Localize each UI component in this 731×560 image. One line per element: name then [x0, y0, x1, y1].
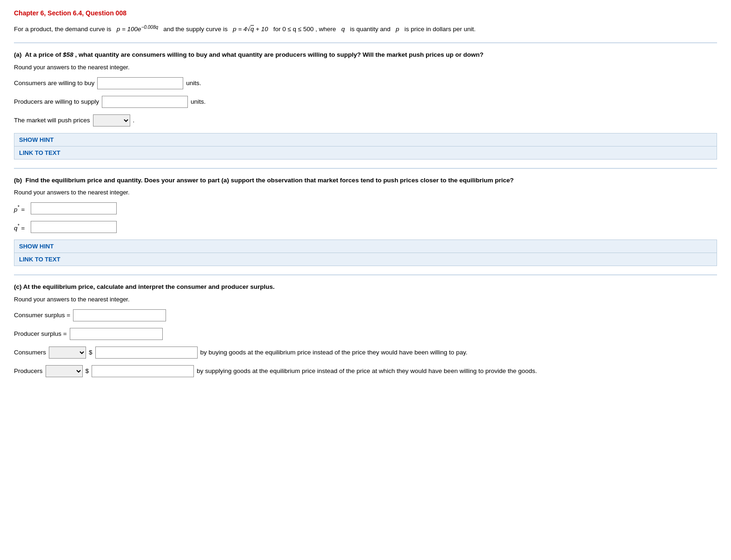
- consumers-action-dropdown[interactable]: gain save lose: [49, 347, 86, 359]
- part-a-hint-section: SHOW HINT LINK TO TEXT: [14, 133, 717, 160]
- part-b-section: (b) Find the equilibrium price and quant…: [14, 175, 717, 267]
- consumer-surplus-input[interactable]: [73, 309, 166, 321]
- consumers-buy-units: units.: [186, 80, 201, 87]
- intro-text-where: , where: [315, 26, 336, 33]
- demand-equation: p = 100e−0.008q: [117, 26, 160, 33]
- q-star-row: q* =: [14, 221, 717, 233]
- supply-equation: p = 4√q + 10: [233, 26, 270, 33]
- part-b-show-hint[interactable]: SHOW HINT: [14, 240, 717, 253]
- p-star-label: p* =: [14, 205, 28, 213]
- part-a-round-note: Round your answers to the nearest intege…: [14, 64, 717, 71]
- part-a-bold-label: (a): [14, 51, 22, 58]
- consumers-dollar-input[interactable]: [95, 347, 198, 359]
- part-a-question: At a price of $58 , what quantity are co…: [23, 51, 484, 58]
- divider-3: [14, 274, 717, 275]
- intro-text-between: and the supply curve is: [163, 26, 227, 33]
- producers-action-row: Producers gain save lose $ by supplying …: [14, 365, 717, 377]
- producers-action-label: Producers: [14, 367, 43, 374]
- consumer-surplus-row: Consumer surplus =: [14, 309, 717, 321]
- consumers-dollar-sign: $: [89, 349, 93, 356]
- chapter-title: Chapter 6, Section 6.4, Question 008: [14, 9, 717, 17]
- consumer-surplus-label: Consumer surplus =: [14, 312, 70, 319]
- p-variable: p: [396, 26, 399, 33]
- producers-supply-label: Producers are willing to supply: [14, 98, 99, 105]
- part-c-question: At the equilibrium price, calculate and …: [23, 283, 275, 290]
- part-c-bold-label: (c): [14, 283, 22, 290]
- producers-supply-units: units.: [191, 98, 206, 105]
- q-star-label: q* =: [14, 223, 28, 232]
- market-push-label: The market will push prices: [14, 117, 90, 124]
- part-a-show-hint[interactable]: SHOW HINT: [14, 133, 717, 147]
- producers-supply-input[interactable]: [102, 96, 188, 108]
- consumers-action-row: Consumers gain save lose $ by buying goo…: [14, 347, 717, 359]
- market-push-end: .: [133, 117, 135, 124]
- part-c-round-note: Round your answers to the nearest intege…: [14, 296, 717, 303]
- intro-text-before-demand: For a product, the demand curve is: [14, 26, 111, 33]
- part-b-label: (b) Find the equilibrium price and quant…: [14, 175, 717, 186]
- consumers-action-label: Consumers: [14, 349, 46, 356]
- producer-surplus-input[interactable]: [70, 328, 163, 340]
- producers-action-dropdown[interactable]: gain save lose: [46, 365, 83, 377]
- market-push-dropdown[interactable]: up down: [93, 114, 130, 127]
- producers-dollar-sign: $: [86, 367, 89, 374]
- part-b-question: Find the equilibrium price and quantity.…: [24, 177, 514, 184]
- part-b-bold-label: (b): [14, 177, 22, 184]
- divider-1: [14, 42, 717, 43]
- part-b-hint-section: SHOW HINT LINK TO TEXT: [14, 240, 717, 266]
- consumers-buy-label: Consumers are willing to buy: [14, 80, 94, 87]
- supply-domain: for 0 ≤ q ≤ 500: [273, 26, 314, 33]
- part-a-section: (a) At a price of $58 , what quantity ar…: [14, 50, 717, 160]
- part-a-label: (a) At a price of $58 , what quantity ar…: [14, 50, 717, 60]
- consumers-buy-input[interactable]: [97, 77, 183, 89]
- consumers-action-text: by buying goods at the equilibrium price…: [200, 349, 468, 356]
- producers-supply-row: Producers are willing to supply units.: [14, 96, 717, 108]
- consumers-buy-row: Consumers are willing to buy units.: [14, 77, 717, 89]
- problem-intro: For a product, the demand curve is p = 1…: [14, 23, 717, 34]
- part-c-label: (c) At the equilibrium price, calculate …: [14, 282, 717, 292]
- producers-action-text: by supplying goods at the equilibrium pr…: [197, 367, 537, 374]
- producer-surplus-label: Producer surplus =: [14, 330, 67, 337]
- part-b-round-note: Round your answers to the nearest intege…: [14, 189, 717, 196]
- q-variable: q: [341, 26, 345, 33]
- intro-text-quantity: is quantity and: [350, 26, 391, 33]
- part-c-section: (c) At the equilibrium price, calculate …: [14, 282, 717, 377]
- q-star-input[interactable]: [31, 221, 117, 233]
- divider-2: [14, 168, 717, 169]
- part-b-link-to-text[interactable]: LINK TO TEXT: [14, 253, 717, 266]
- producer-surplus-row: Producer surplus =: [14, 328, 717, 340]
- demand-exponent: −0.008q: [141, 24, 158, 29]
- producers-dollar-input[interactable]: [92, 365, 194, 377]
- intro-text-price: is price in dollars per unit.: [405, 26, 476, 33]
- part-a-link-to-text[interactable]: LINK TO TEXT: [14, 147, 717, 159]
- market-push-row: The market will push prices up down .: [14, 114, 717, 127]
- p-star-input[interactable]: [31, 202, 117, 214]
- p-star-row: p* =: [14, 202, 717, 214]
